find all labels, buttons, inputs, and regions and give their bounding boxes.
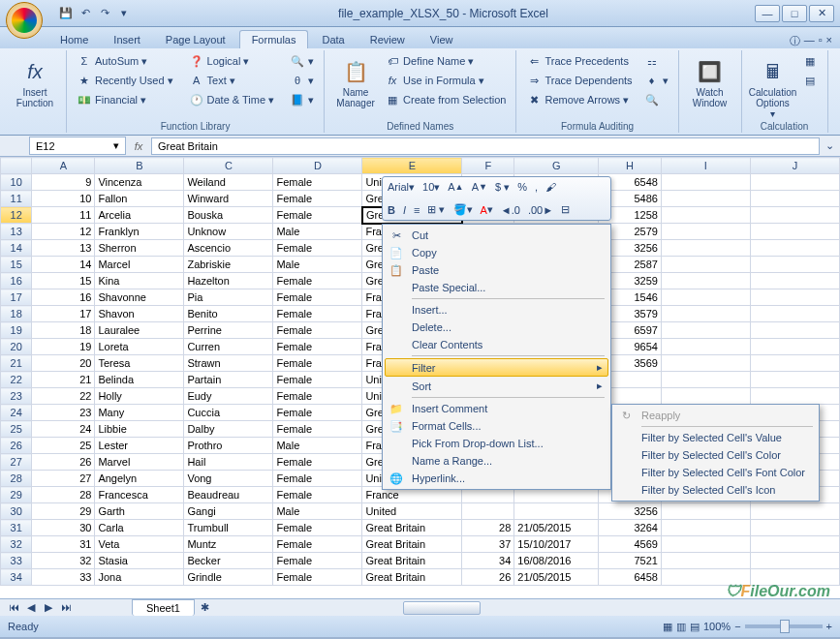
col-header-E[interactable]: E bbox=[362, 158, 462, 174]
ctx-pick[interactable]: Pick From Drop-down List... bbox=[385, 435, 608, 452]
cell[interactable] bbox=[750, 273, 839, 289]
cell[interactable] bbox=[661, 224, 750, 240]
insert-function-button[interactable]: fx Insert Function bbox=[10, 52, 60, 112]
cell[interactable]: Hail bbox=[184, 454, 273, 471]
cell[interactable]: 19 bbox=[32, 339, 95, 355]
ctx-range[interactable]: Name a Range... bbox=[385, 452, 608, 470]
cell[interactable] bbox=[661, 257, 750, 273]
cell[interactable]: 9 bbox=[32, 174, 95, 191]
row-header[interactable]: 18 bbox=[1, 306, 32, 322]
row-header[interactable]: 26 bbox=[1, 438, 32, 454]
cell[interactable]: Male bbox=[273, 257, 362, 273]
tab-home[interactable]: Home bbox=[48, 31, 100, 48]
cell[interactable]: 18 bbox=[32, 322, 95, 339]
cell[interactable]: Partain bbox=[184, 372, 273, 388]
error-check-button[interactable]: ♦▾ bbox=[640, 72, 672, 89]
cell[interactable] bbox=[661, 520, 750, 536]
view-normal-icon[interactable]: ▦ bbox=[663, 621, 672, 633]
cell[interactable]: 26 bbox=[32, 454, 95, 471]
shrink-font-icon[interactable]: A▼ bbox=[469, 179, 490, 195]
ctx-paste-special[interactable]: Paste Special... bbox=[385, 279, 608, 296]
cell[interactable] bbox=[661, 372, 750, 388]
row-header[interactable]: 30 bbox=[1, 503, 32, 520]
percent-icon[interactable]: % bbox=[514, 179, 530, 195]
cell[interactable]: Male bbox=[273, 438, 362, 454]
cell[interactable] bbox=[750, 339, 839, 355]
ctx-hyperlink[interactable]: 🌐Hyperlink... bbox=[385, 470, 608, 487]
formula-bar[interactable]: Great Britain bbox=[151, 137, 820, 155]
row-header[interactable]: 22 bbox=[1, 372, 32, 388]
row-header[interactable]: 29 bbox=[1, 487, 32, 503]
cell[interactable]: 29 bbox=[32, 503, 95, 520]
name-box[interactable]: ▾ bbox=[29, 137, 126, 155]
cell[interactable]: Great Britain bbox=[362, 520, 462, 536]
calc-options-button[interactable]: 🖩 Calculation Options ▾ bbox=[748, 52, 798, 123]
prev-sheet-icon[interactable]: ◀ bbox=[23, 601, 39, 614]
cell[interactable]: Bouska bbox=[184, 207, 273, 224]
office-button[interactable] bbox=[6, 2, 43, 39]
cell[interactable] bbox=[750, 536, 839, 553]
cell[interactable]: Grindle bbox=[184, 569, 273, 586]
cell[interactable]: 3264 bbox=[598, 520, 661, 536]
cell[interactable] bbox=[750, 174, 839, 191]
cell[interactable]: 21/05/2015 bbox=[514, 569, 599, 586]
minimize-ribbon-icon[interactable]: — bbox=[804, 34, 815, 48]
cell[interactable] bbox=[462, 503, 514, 520]
cell[interactable]: Many bbox=[95, 405, 184, 421]
cell[interactable]: Loreta bbox=[95, 339, 184, 355]
ctx-paste[interactable]: 📋Paste bbox=[385, 261, 608, 279]
cell[interactable]: Female bbox=[273, 240, 362, 257]
cell[interactable]: 22 bbox=[32, 388, 95, 405]
font-color-icon[interactable]: A▾ bbox=[478, 202, 496, 218]
close-button[interactable]: ✕ bbox=[809, 5, 834, 22]
maximize-button[interactable]: □ bbox=[782, 5, 807, 22]
col-header-J[interactable]: J bbox=[750, 158, 839, 174]
comma-icon[interactable]: , bbox=[532, 179, 541, 195]
cell[interactable]: Lester bbox=[95, 438, 184, 454]
calc-sheet-button[interactable]: ▤ bbox=[798, 72, 822, 89]
row-header[interactable]: 19 bbox=[1, 322, 32, 339]
col-header-D[interactable]: D bbox=[273, 158, 362, 174]
sheet-tab[interactable]: Sheet1 bbox=[132, 599, 195, 616]
cell[interactable]: 34 bbox=[462, 553, 514, 569]
cell[interactable]: Stasia bbox=[95, 553, 184, 569]
cell[interactable]: Dalby bbox=[184, 421, 273, 438]
col-header-C[interactable]: C bbox=[184, 158, 273, 174]
cell[interactable]: 26 bbox=[462, 569, 514, 586]
cell[interactable]: Perrine bbox=[184, 322, 273, 339]
view-break-icon[interactable]: ▤ bbox=[690, 621, 700, 633]
cell[interactable]: Female bbox=[273, 553, 362, 569]
cell[interactable]: Prothro bbox=[184, 438, 273, 454]
col-header-I[interactable]: I bbox=[661, 158, 750, 174]
cell[interactable]: Shavon bbox=[95, 306, 184, 322]
cell[interactable]: 31 bbox=[32, 536, 95, 553]
calc-now-button[interactable]: ▦ bbox=[798, 52, 822, 70]
col-header-H[interactable]: H bbox=[598, 158, 661, 174]
math-button[interactable]: θ▾ bbox=[286, 72, 318, 89]
fill-color-icon[interactable]: 🪣▾ bbox=[451, 202, 476, 218]
cell[interactable] bbox=[661, 240, 750, 257]
cell[interactable]: 33 bbox=[32, 569, 95, 586]
cell[interactable]: 15/10/2017 bbox=[514, 536, 599, 553]
row-header[interactable]: 16 bbox=[1, 273, 32, 289]
autosum-button[interactable]: ΣAutoSum ▾ bbox=[73, 52, 177, 70]
cell[interactable]: 24 bbox=[32, 421, 95, 438]
cell[interactable]: Great Britain bbox=[362, 536, 462, 553]
sub-by-font[interactable]: Filter by Selected Cell's Font Color bbox=[614, 464, 817, 481]
cell[interactable]: Winward bbox=[184, 191, 273, 207]
cell[interactable]: Female bbox=[273, 322, 362, 339]
cell[interactable]: 4569 bbox=[598, 536, 661, 553]
help-icon[interactable]: ⓘ bbox=[790, 34, 800, 48]
cell[interactable]: 30 bbox=[32, 520, 95, 536]
cell[interactable]: 28 bbox=[32, 487, 95, 503]
minimize-button[interactable]: — bbox=[755, 5, 780, 22]
cell[interactable]: Female bbox=[273, 174, 362, 191]
cell[interactable]: Great Britain bbox=[362, 553, 462, 569]
cell[interactable] bbox=[661, 306, 750, 322]
row-header[interactable]: 24 bbox=[1, 405, 32, 421]
cell[interactable]: Ascencio bbox=[184, 240, 273, 257]
show-formulas-button[interactable]: ⚏ bbox=[640, 52, 672, 70]
cell[interactable]: Benito bbox=[184, 306, 273, 322]
scroll-thumb[interactable] bbox=[403, 601, 481, 615]
cell[interactable]: Arcelia bbox=[95, 207, 184, 224]
